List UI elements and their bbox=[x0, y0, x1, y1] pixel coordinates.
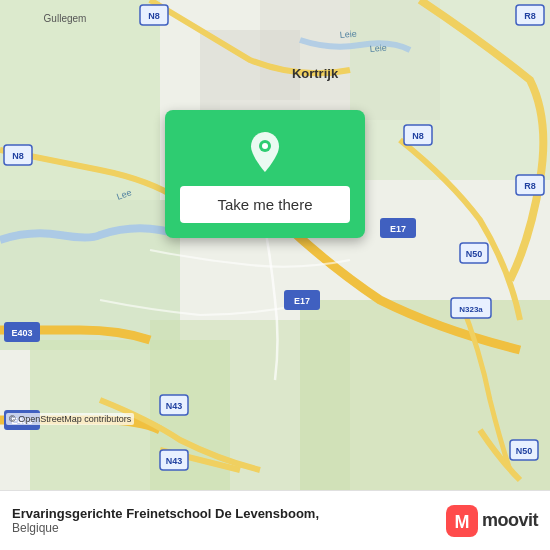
svg-text:M: M bbox=[454, 512, 469, 532]
country-name: Belgique bbox=[12, 521, 446, 535]
svg-text:N8: N8 bbox=[412, 131, 424, 141]
svg-text:Leie: Leie bbox=[369, 43, 387, 54]
svg-text:R8: R8 bbox=[524, 181, 536, 191]
svg-text:R8: R8 bbox=[524, 11, 536, 21]
svg-text:E17: E17 bbox=[390, 224, 406, 234]
moovit-brand-icon: M bbox=[446, 505, 478, 537]
svg-rect-5 bbox=[350, 0, 550, 180]
svg-text:N50: N50 bbox=[516, 446, 533, 456]
svg-text:Kortrijk: Kortrijk bbox=[292, 66, 339, 81]
svg-text:N43: N43 bbox=[166, 401, 183, 411]
svg-text:N8: N8 bbox=[12, 151, 24, 161]
svg-text:N323a: N323a bbox=[459, 305, 483, 314]
osm-attribution: © OpenStreetMap contributors bbox=[6, 413, 134, 425]
school-name: Ervaringsgerichte Freinetschool De Leven… bbox=[12, 506, 446, 521]
pin-icon bbox=[243, 130, 287, 174]
svg-rect-3 bbox=[0, 0, 160, 200]
take-me-there-button[interactable]: Take me there bbox=[180, 186, 350, 223]
svg-text:Gullegem: Gullegem bbox=[44, 13, 87, 24]
svg-text:N50: N50 bbox=[466, 249, 483, 259]
svg-text:E17: E17 bbox=[294, 296, 310, 306]
svg-text:Leie: Leie bbox=[339, 29, 357, 40]
info-bar: Ervaringsgerichte Freinetschool De Leven… bbox=[0, 490, 550, 550]
svg-text:N43: N43 bbox=[166, 456, 183, 466]
location-card: Take me there bbox=[165, 110, 365, 238]
map-container: R8 R8 N8 N8 N8 E17 E17 N50 N50 bbox=[0, 0, 550, 490]
svg-text:E403: E403 bbox=[11, 328, 32, 338]
svg-point-44 bbox=[262, 143, 268, 149]
moovit-logo: M moovit bbox=[446, 505, 538, 537]
svg-text:N8: N8 bbox=[148, 11, 160, 21]
moovit-text: moovit bbox=[482, 510, 538, 531]
location-info: Ervaringsgerichte Freinetschool De Leven… bbox=[12, 506, 446, 535]
